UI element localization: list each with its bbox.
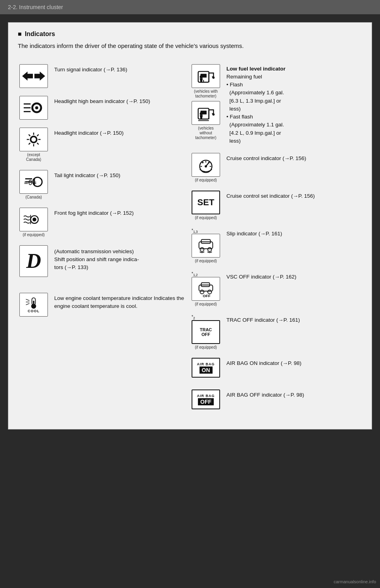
vsc-off-icon-box: OFF — [192, 277, 220, 301]
cruise-icon — [194, 156, 217, 174]
airbag-on-icon-box: AIR BAG ON — [192, 358, 220, 378]
shift-icon-box: D — [19, 245, 48, 277]
svg-point-37 — [200, 75, 203, 78]
svg-point-55 — [208, 248, 212, 252]
svg-point-7 — [35, 106, 38, 109]
watermark: carmanualsonline.info — [334, 579, 376, 584]
vsc-off-icon-wrap: *1,2 OFF (if e — [190, 271, 222, 307]
trac-star: *2 — [192, 315, 195, 320]
indicator-cruise-control: (if equipped) Cruise control indicator (… — [190, 149, 362, 187]
section-title: Indicators — [18, 31, 362, 38]
indicator-shift-position: D (Automatic transmission vehicles) Shif… — [18, 241, 190, 289]
vsc-star: *1,2 — [192, 271, 198, 277]
fog-light-icon — [22, 211, 45, 228]
turn-signal-icon-wrap — [18, 64, 49, 88]
cruise-note: (if equipped) — [195, 178, 217, 183]
trac-off-label: OFF — [201, 332, 210, 337]
tail-light-text: Tail light indicator (→P. 150) — [54, 170, 190, 179]
fuel-icon-outer-wrap: (vehicles withtachometer) — [190, 64, 222, 140]
cruise-set-icon-box: SET — [192, 191, 220, 214]
right-column: (vehicles withtachometer) — [190, 60, 362, 418]
content-box: Indicators The indicators inform the dri… — [8, 22, 372, 430]
airbag-off-icon-wrap: AIR BAG OFF — [190, 389, 222, 409]
slip-icon-wrap: *1,3 — [190, 228, 222, 263]
turn-signal-icon — [22, 68, 45, 84]
svg-rect-27 — [33, 300, 34, 304]
slip-text: Slip indicator (→P. 161) — [226, 228, 362, 238]
svg-text:OFF: OFF — [203, 294, 210, 298]
indicator-cruise-set: SET (if equipped) Cruise control set ind… — [190, 187, 362, 224]
headlight-icon-box — [19, 128, 48, 151]
fuel-note-top: (vehicles withtachometer) — [194, 89, 218, 99]
shift-text: (Automatic transmission vehicles) Shift … — [54, 245, 190, 272]
svg-line-28 — [26, 299, 29, 301]
indicator-vsc-off: *1,2 OFF (if e — [190, 267, 362, 311]
headlight-text: Headlight indicator (→P. 150) — [54, 128, 190, 137]
svg-point-42 — [200, 112, 203, 115]
svg-point-59 — [208, 290, 212, 294]
slip-icon — [194, 237, 217, 254]
left-column: Turn signal indicator (→P. 136) — [18, 60, 190, 418]
trac-off-icon-box: TRAC OFF — [192, 320, 220, 344]
indicator-airbag-off: AIR BAG OFF AIR BAG OFF indicator (→P. 9… — [190, 386, 362, 417]
indicator-headlight: (exceptCanada) Headlight indicator (→P. … — [18, 124, 190, 166]
fog-light-note: (if equipped) — [23, 233, 45, 237]
headlight-icon — [22, 131, 45, 148]
svg-point-9 — [31, 137, 36, 142]
indicator-slip: *1,3 — [190, 224, 362, 267]
headlight-note: (exceptCanada) — [26, 153, 41, 162]
trac-label: TRAC — [200, 327, 212, 332]
svg-point-41 — [212, 113, 215, 115]
headlight-icon-wrap: (exceptCanada) — [18, 128, 49, 162]
indicator-turn-signal: Turn signal indicator (→P. 136) — [18, 60, 190, 92]
fuel-icon-2 — [194, 104, 217, 122]
indicator-airbag-on: AIR BAG ON AIR BAG ON indicator (→P. 98) — [190, 354, 362, 386]
indicator-trac-off: *2 TRAC OFF (if equipped) TRAC OFF indic… — [190, 311, 362, 354]
headlight-beam-icon-box — [19, 96, 48, 120]
fuel-note-bottom: (vehicleswithouttachometer) — [195, 126, 216, 140]
svg-point-31 — [31, 304, 36, 308]
tail-light-icon: =0= — [22, 173, 45, 191]
tail-light-note: (Canada) — [25, 195, 42, 200]
svg-line-17 — [28, 143, 30, 144]
fog-light-text: Front fog light indicator (→P. 152) — [54, 208, 190, 217]
fuel-icon-box-1 — [192, 64, 220, 88]
turn-signal-icon-box — [19, 64, 48, 88]
svg-point-35 — [212, 76, 215, 78]
fog-light-icon-wrap: (if equipped) — [18, 208, 49, 237]
trac-off-icon-wrap: *2 TRAC OFF (if equipped) — [190, 315, 222, 350]
headlight-beam-icon — [22, 99, 45, 116]
fuel-icon-box-2 — [192, 101, 220, 125]
cruise-set-note: (if equipped) — [195, 216, 217, 220]
svg-line-30 — [26, 303, 29, 305]
trac-off-note: (if equipped) — [195, 345, 217, 350]
d-letter: D — [26, 251, 41, 271]
page-header: 2-2. Instrument cluster — [0, 0, 380, 14]
intro-text: The indicators inform the driver of the … — [18, 42, 362, 51]
fog-light-icon-box — [19, 208, 48, 231]
tail-light-icon-box: =0= — [19, 170, 48, 194]
vsc-off-text: VSC OFF indicator (→P. 162) — [226, 271, 362, 281]
trac-off-text: TRAC OFF indicator (→P. 161) — [226, 315, 362, 324]
indicator-fog-light: (if equipped) Front fog light indicator … — [18, 204, 190, 241]
svg-marker-0 — [22, 71, 33, 80]
slip-star: *1,3 — [192, 228, 198, 234]
set-label: SET — [198, 197, 215, 208]
headlight-beam-icon-wrap — [18, 96, 49, 120]
indicator-low-coolant: COOL Low engine coolant temperature indi… — [18, 289, 190, 321]
airbag-on-icon-wrap: AIR BAG ON — [190, 358, 222, 378]
svg-line-14 — [28, 134, 30, 136]
airbag-off-label: OFF — [198, 398, 214, 405]
indicator-headlight-beam: Headlight high beam indicator (→P. 150) — [18, 92, 190, 124]
fuel-icon-1 — [194, 67, 217, 85]
svg-point-49 — [205, 165, 207, 168]
cruise-text: Cruise control indicator (→P. 156) — [226, 153, 362, 162]
cruise-set-text: Cruise control set indicator (→P. 156) — [226, 191, 362, 200]
svg-point-24 — [32, 218, 36, 221]
airbag-off-text: AIR BAG OFF indicator (→P. 98) — [226, 389, 362, 399]
airbag-off-icon-box: AIR BAG OFF — [192, 389, 220, 409]
header-title: 2-2. Instrument cluster — [8, 4, 63, 10]
svg-line-16 — [37, 134, 39, 136]
cruise-icon-wrap: (if equipped) — [190, 153, 222, 183]
vsc-off-icon: OFF — [194, 280, 217, 298]
